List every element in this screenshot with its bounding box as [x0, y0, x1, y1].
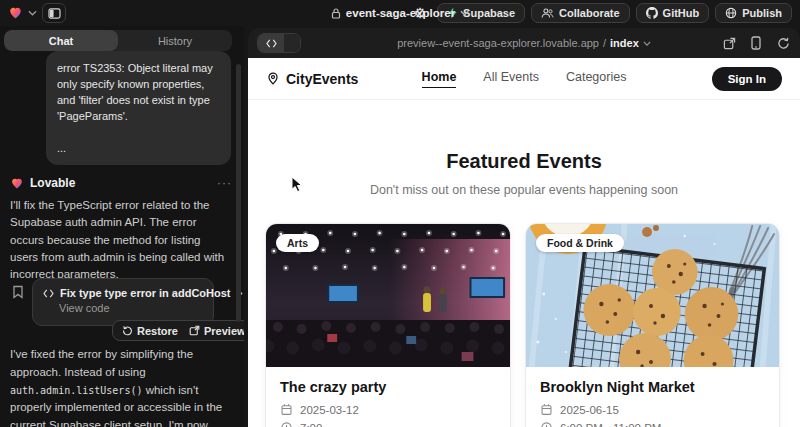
assistant-message-1: I'll fix the TypeScript error related to… [10, 197, 229, 283]
lovable-logo-icon[interactable] [8, 6, 23, 20]
user-message-bubble: error TS2353: Object literal may only sp… [46, 51, 231, 165]
github-label: GitHub [663, 7, 700, 19]
tab-chat[interactable]: Chat [4, 30, 118, 51]
preview-label: Preview [204, 325, 244, 337]
event-time: 6:00 PM - 11:00 PM [560, 422, 661, 427]
publish-button[interactable]: Publish [715, 3, 792, 23]
event-date-row: 2025-03-12 [280, 403, 496, 416]
open-in-new-tab-button[interactable] [721, 35, 737, 51]
publish-label: Publish [742, 7, 782, 19]
external-link-icon [189, 325, 200, 336]
map-pin-icon [266, 71, 280, 86]
preview-toolbar: preview--event-saga-explorer.lovable.app… [248, 28, 800, 58]
event-date: 2025-06-15 [560, 404, 619, 416]
url-separator: / [603, 37, 606, 49]
message2-text: I've fixed the error by simplifying the … [10, 348, 193, 378]
sidebar-scrollbar[interactable] [236, 64, 241, 322]
category-badge: Arts [276, 234, 319, 252]
site-header: CityEvents Home All Events Categories Si… [248, 58, 800, 100]
message-actions: Restore Preview [112, 320, 244, 341]
event-card-body: The crazy party 2025-03-12 [266, 367, 510, 427]
top-bar: event-saga-explorer ⚙ Supabase [0, 0, 800, 26]
refresh-button[interactable] [775, 35, 791, 51]
restore-button[interactable]: Restore [122, 325, 178, 337]
event-title: Brooklyn Night Market [540, 379, 765, 395]
lovable-heart-icon [10, 177, 24, 190]
nav-all-events[interactable]: All Events [483, 70, 539, 88]
event-title: The crazy party [280, 379, 496, 395]
event-card-brooklyn-market[interactable]: Food & Drink Brooklyn Night Market [525, 223, 780, 427]
lovable-app-window: event-saga-explorer ⚙ Supabase [0, 0, 800, 427]
section-title: Featured Events [248, 150, 800, 173]
calendar-icon [540, 403, 553, 416]
assistant-message-2: I've fixed the error by simplifying the … [10, 346, 234, 427]
toggle-track [284, 34, 300, 52]
users-icon [541, 7, 554, 19]
event-time-row: 6:00 PM - 11:00 PM [540, 421, 765, 427]
code-icon [43, 289, 54, 298]
sidebar-toggle-button[interactable] [42, 3, 66, 23]
topbar-left [8, 3, 66, 23]
event-image-conference: Arts [266, 224, 510, 367]
restore-icon [122, 325, 133, 336]
event-cards: Arts The crazy party [265, 223, 800, 427]
assistant-header: Lovable ··· [10, 176, 232, 190]
section-subtitle: Don't miss out on these popular events h… [248, 183, 800, 197]
user-message-text: error TS2353: Object literal may only sp… [57, 61, 220, 125]
rendered-site: CityEvents Home All Events Categories Si… [248, 58, 800, 427]
collaborate-button[interactable]: Collaborate [531, 3, 630, 23]
user-message-more: ... [57, 141, 220, 157]
category-badge: Food & Drink [536, 234, 624, 252]
view-code-link[interactable]: View code [59, 302, 203, 314]
preview-toolbar-actions [721, 35, 791, 51]
bookmark-icon[interactable] [12, 285, 24, 299]
clock-icon [280, 421, 293, 427]
event-card-crazy-party[interactable]: Arts The crazy party [265, 223, 511, 427]
assistant-menu-button[interactable]: ··· [217, 176, 232, 190]
mobile-view-button[interactable] [748, 35, 764, 51]
restore-label: Restore [137, 325, 178, 337]
site-brand-name: CityEvents [286, 71, 358, 87]
site-brand[interactable]: CityEvents [266, 71, 358, 87]
event-date: 2025-03-12 [300, 404, 359, 416]
code-mode-icon [258, 34, 284, 52]
preview-url-bar[interactable]: preview--event-saga-explorer.lovable.app… [248, 28, 800, 58]
clock-icon [540, 421, 553, 427]
code-change-card[interactable]: Fix type type error in addCoHost View co… [32, 278, 214, 326]
inline-code-listusers: auth.admin.listUsers() [10, 385, 142, 396]
event-date-row: 2025-06-15 [540, 403, 765, 416]
logo-chevron-down-icon[interactable] [28, 10, 37, 16]
event-time: 7:00 [300, 422, 322, 427]
code-view-toggle[interactable] [257, 33, 301, 53]
chat-sidebar: Chat History error TS2353: Object litera… [0, 26, 244, 427]
preview-url-page: index [610, 37, 639, 49]
calendar-icon [280, 403, 293, 416]
event-image-cookies: Food & Drink [526, 224, 779, 367]
project-name: event-saga-explorer [346, 7, 455, 19]
lock-icon [331, 8, 341, 19]
event-time-row: 7:00 [280, 421, 496, 427]
github-button[interactable]: GitHub [636, 3, 710, 23]
preview-pane: preview--event-saga-explorer.lovable.app… [248, 28, 800, 427]
project-chevron-down-icon [460, 10, 469, 16]
tab-history[interactable]: History [118, 30, 232, 51]
assistant-name: Lovable [30, 176, 75, 190]
preview-url-host: preview--event-saga-explorer.lovable.app [397, 37, 599, 49]
chat-history-tabs: Chat History [4, 30, 232, 51]
event-card-body: Brooklyn Night Market 2025-06-15 [526, 367, 779, 427]
sign-in-button[interactable]: Sign In [712, 67, 782, 91]
github-icon [646, 7, 658, 19]
nav-home[interactable]: Home [422, 70, 457, 88]
preview-button[interactable]: Preview [189, 325, 244, 337]
nav-categories[interactable]: Categories [566, 70, 626, 88]
collaborate-label: Collaborate [559, 7, 620, 19]
code-card-title: Fix type type error in addCoHost [60, 287, 231, 299]
supabase-label: Supabase [463, 7, 515, 19]
url-chevron-down-icon [643, 41, 651, 46]
globe-icon [725, 7, 737, 19]
